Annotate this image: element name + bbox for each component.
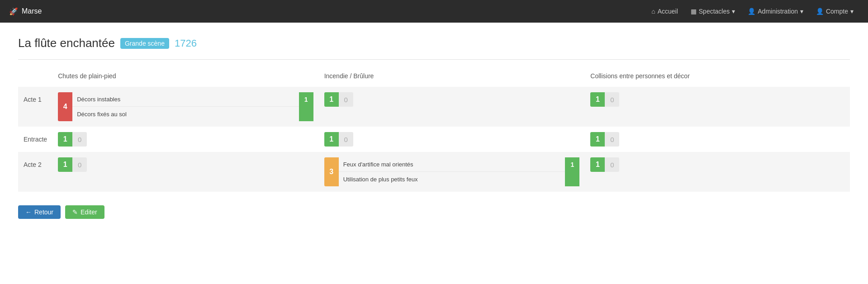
nav-administration[interactable]: 👤 Administration ▾ [742,4,809,19]
risk-cell: 4Décors instablesDécors fixés au sol1 [52,87,319,127]
risk-cell: 10 [52,152,319,192]
grid-icon: ▦ [691,8,697,15]
risk-item-count: 1 [565,157,579,172]
risk-score: 1 [590,157,605,172]
act-label: Entracte [18,127,52,152]
risk-item-count: 1 [299,92,313,107]
risk-score: 1 [590,92,605,107]
risk-cell: 3Feux d'artifice mal orientésUtilisation… [319,152,585,192]
risk-detail: 3Feux d'artifice mal orientésUtilisation… [324,157,580,186]
risk-score: 1 [58,157,72,172]
chevron-down-icon-admin: ▾ [800,8,803,15]
nav-accueil[interactable]: ⌂ Accueil [646,4,683,19]
nav-spectacles[interactable]: ▦ Spectacles ▾ [685,4,740,19]
act-label: Acte 2 [18,152,52,192]
brand-label: Marse [22,7,42,15]
risk-item-label: Décors fixés au sol [72,107,299,121]
risk-score-expanded: 3 [324,157,339,186]
page-title: La flûte enchantée [18,36,115,50]
nav-compte[interactable]: 👤 Compte ▾ [811,4,859,19]
chevron-down-icon-compte: ▾ [850,8,854,15]
risk-detail: 4Décors instablesDécors fixés au sol1 [58,92,313,121]
page-header: La flûte enchantée Grande scène 1726 [18,36,850,50]
risk-count: 0 [72,157,87,172]
risk-item-label: Utilisation de plus petits feux [339,172,565,186]
editer-button[interactable]: ✎ Editer [65,205,104,219]
risk-table: Chutes de plain-pied Incendie / Brûlure … [18,69,850,192]
risk-count: 0 [605,132,619,147]
chevron-down-icon: ▾ [732,8,735,15]
risk-item-label: Feux d'artifice mal orientés [339,157,565,172]
table-row: Entracte101010 [18,127,850,152]
risk-cell: 10 [585,87,850,127]
scene-badge: Grande scène [120,38,169,49]
risk-score: 1 [324,132,339,147]
col-empty-header [18,69,52,87]
risk-count: 0 [605,157,619,172]
risk-score: 1 [58,132,72,147]
navbar: 🚀 Marse ⌂ Accueil ▦ Spectacles ▾ 👤 Admin… [0,0,868,23]
risk-item-count [565,172,579,186]
risk-cell: 10 [319,127,585,152]
risk-count: 0 [339,92,353,107]
divider [18,59,850,60]
id-badge: 1726 [175,38,197,49]
brand-icon: 🚀 [9,7,18,16]
risk-cell: 10 [52,127,319,152]
edit-icon: ✎ [72,208,78,216]
risk-score-expanded: 4 [58,92,72,121]
retour-button[interactable]: ← Retour [18,205,61,219]
home-icon: ⌂ [651,8,655,15]
button-area: ← Retour ✎ Editer [18,205,850,219]
risk-score: 1 [590,132,605,147]
arrow-left-icon: ← [25,208,32,216]
table-row: Acte 14Décors instablesDécors fixés au s… [18,87,850,127]
main-content: La flûte enchantée Grande scène 1726 Chu… [0,23,868,284]
brand-link[interactable]: 🚀 Marse [9,7,42,16]
user-plus-icon: 👤 [748,8,755,15]
table-row: Acte 2103Feux d'artifice mal orientésUti… [18,152,850,192]
risk-cell: 10 [585,127,850,152]
act-label: Acte 1 [18,87,52,127]
risk-item-count [299,107,313,121]
col-collisions-header: Collisions entre personnes et décor [585,69,850,87]
risk-count: 0 [339,132,353,147]
risk-cell: 10 [585,152,850,192]
risk-item-label: Décors instables [72,92,299,107]
risk-count: 0 [605,92,619,107]
col-incendie-header: Incendie / Brûlure [319,69,585,87]
risk-count: 0 [72,132,87,147]
user-icon: 👤 [816,8,824,15]
risk-cell: 10 [319,87,585,127]
col-chutes-header: Chutes de plain-pied [52,69,319,87]
risk-score: 1 [324,92,339,107]
